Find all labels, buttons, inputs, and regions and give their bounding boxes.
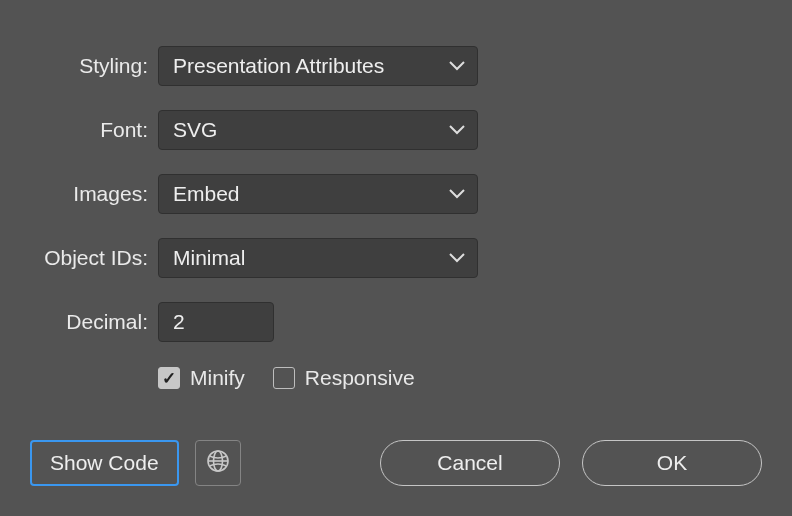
decimal-input[interactable]: 2 — [158, 302, 274, 342]
decimal-value: 2 — [173, 310, 185, 334]
checkmark-icon: ✓ — [162, 370, 176, 387]
show-code-label: Show Code — [50, 451, 159, 475]
dialog-footer: Show Code Cancel OK — [0, 440, 792, 486]
styling-value: Presentation Attributes — [173, 54, 384, 78]
images-select[interactable]: Embed — [158, 174, 478, 214]
minify-label: Minify — [190, 366, 245, 390]
object-ids-select[interactable]: Minimal — [158, 238, 478, 278]
chevron-down-icon — [449, 61, 465, 71]
checkbox-box-icon — [273, 367, 295, 389]
responsive-checkbox[interactable]: Responsive — [273, 366, 415, 390]
images-label: Images: — [0, 182, 158, 206]
web-preview-button[interactable] — [195, 440, 241, 486]
ok-button[interactable]: OK — [582, 440, 762, 486]
row-object-ids: Object IDs: Minimal — [0, 238, 792, 278]
minify-checkbox[interactable]: ✓ Minify — [158, 366, 245, 390]
checkbox-row: ✓ Minify Responsive — [158, 366, 792, 390]
row-styling: Styling: Presentation Attributes — [0, 46, 792, 86]
responsive-label: Responsive — [305, 366, 415, 390]
row-images: Images: Embed — [0, 174, 792, 214]
cancel-label: Cancel — [437, 451, 502, 475]
object-ids-value: Minimal — [173, 246, 245, 270]
styling-select[interactable]: Presentation Attributes — [158, 46, 478, 86]
globe-icon — [206, 449, 230, 478]
svg-options-form: Styling: Presentation Attributes Font: S… — [0, 0, 792, 390]
row-decimal: Decimal: 2 — [0, 302, 792, 342]
chevron-down-icon — [449, 253, 465, 263]
images-value: Embed — [173, 182, 240, 206]
font-select[interactable]: SVG — [158, 110, 478, 150]
chevron-down-icon — [449, 189, 465, 199]
decimal-label: Decimal: — [0, 310, 158, 334]
show-code-button[interactable]: Show Code — [30, 440, 179, 486]
font-label: Font: — [0, 118, 158, 142]
font-value: SVG — [173, 118, 217, 142]
styling-label: Styling: — [0, 54, 158, 78]
ok-label: OK — [657, 451, 687, 475]
chevron-down-icon — [449, 125, 465, 135]
cancel-button[interactable]: Cancel — [380, 440, 560, 486]
object-ids-label: Object IDs: — [0, 246, 158, 270]
checkbox-box-icon: ✓ — [158, 367, 180, 389]
row-font: Font: SVG — [0, 110, 792, 150]
